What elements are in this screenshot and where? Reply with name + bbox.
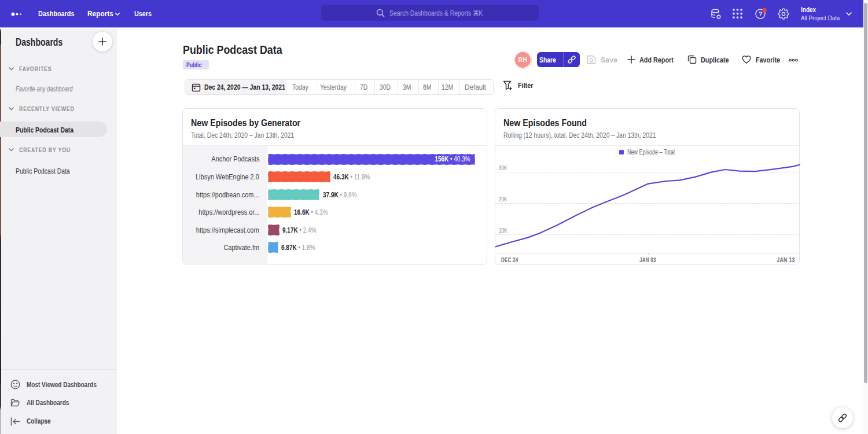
svg-text:?: ? <box>759 10 763 17</box>
